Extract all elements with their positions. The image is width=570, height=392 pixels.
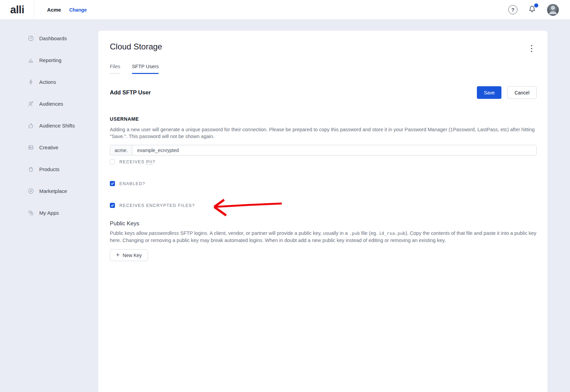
new-key-button[interactable]: + New Key xyxy=(110,249,148,261)
sidebar-item-label: Audiences xyxy=(39,101,63,107)
sidebar-item-label: Marketplace xyxy=(39,188,67,194)
sidebar-item-label: Products xyxy=(39,166,59,172)
sidebar-item-my-apps[interactable]: My Apps xyxy=(0,202,98,224)
form-title: Add SFTP User xyxy=(110,89,151,96)
username-prefix: acme. xyxy=(110,145,132,155)
person-flag-icon xyxy=(28,101,34,107)
username-input[interactable] xyxy=(132,145,536,155)
page: alli Acme Change ? xyxy=(0,0,570,392)
new-key-label: New Key xyxy=(123,253,142,258)
bar-chart-icon xyxy=(28,57,34,63)
tab-files[interactable]: Files xyxy=(110,64,120,74)
grid-icon xyxy=(28,210,34,216)
sidebar-item-label: Audience Shifts xyxy=(39,123,75,129)
change-account-link[interactable]: Change xyxy=(69,7,87,13)
cancel-button[interactable]: Cancel xyxy=(507,86,537,99)
sidebar-item-marketplace[interactable]: Marketplace xyxy=(0,180,98,202)
sidebar-item-label: Dashboards xyxy=(39,35,67,41)
image-icon xyxy=(28,144,34,151)
thumbs-up-icon xyxy=(28,122,34,129)
compass-icon xyxy=(28,188,34,194)
topbar-divider xyxy=(34,0,34,20)
kebab-menu-icon[interactable] xyxy=(531,45,532,53)
lightning-icon xyxy=(28,79,34,85)
enabled-row: ENABLED? xyxy=(110,181,145,186)
notification-dot xyxy=(534,3,538,7)
tab-sftp-users[interactable]: SFTP Users xyxy=(132,64,159,74)
account-name: Acme xyxy=(47,7,61,13)
sidebar-item-label: Actions xyxy=(39,79,56,85)
gauge-icon xyxy=(28,35,34,42)
sidebar-item-actions[interactable]: Actions xyxy=(0,71,98,93)
cloud-storage-card: Cloud Storage Files SFTP Users Add SFTP … xyxy=(98,31,547,392)
save-button[interactable]: Save xyxy=(477,86,501,99)
receives-pii-checkbox[interactable] xyxy=(110,159,115,164)
enabled-checkbox[interactable] xyxy=(110,181,115,186)
receives-pii-row: RECEIVES PII? xyxy=(110,159,156,164)
top-bar: alli Acme Change ? xyxy=(0,0,570,20)
page-title: Cloud Storage xyxy=(110,42,162,51)
username-description: Adding a new user will generate a unique… xyxy=(110,126,537,140)
alli-logo[interactable]: alli xyxy=(10,4,24,16)
public-keys-heading: Public Keys xyxy=(110,220,537,227)
pii-abbr: PII xyxy=(146,160,152,165)
public-keys-section: Public Keys Public keys allow passwordle… xyxy=(110,220,537,261)
enabled-label: ENABLED? xyxy=(119,181,145,186)
username-label: USERNAME xyxy=(110,116,537,122)
user-avatar[interactable] xyxy=(547,4,559,16)
sidebar-item-reporting[interactable]: Reporting xyxy=(0,49,98,71)
receives-encrypted-files-row: RECEIVES ENCRYPTED FILES? xyxy=(110,203,195,208)
shopping-bag-icon xyxy=(28,166,34,172)
username-input-group: acme. xyxy=(110,145,537,155)
checkmark-icon xyxy=(111,182,114,185)
sidebar-item-products[interactable]: Products xyxy=(0,158,98,180)
sidebar-item-audiences[interactable]: Audiences xyxy=(0,93,98,115)
tab-bar: Files SFTP Users xyxy=(110,64,537,74)
checkmark-icon xyxy=(111,203,114,207)
topbar-actions: ? xyxy=(508,4,570,16)
receives-encrypted-files-checkbox[interactable] xyxy=(110,203,115,208)
plus-icon: + xyxy=(116,252,120,258)
sidebar-item-dashboards[interactable]: Dashboards xyxy=(0,27,98,49)
person-silhouette-icon xyxy=(547,4,559,16)
sidebar-item-creative[interactable]: Creative xyxy=(0,136,98,158)
sidebar: Dashboards Reporting Actions xyxy=(0,20,98,392)
sidebar-item-label: Reporting xyxy=(39,57,61,63)
sidebar-item-audience-shifts[interactable]: Audience Shifts xyxy=(0,115,98,136)
sidebar-item-label: My Apps xyxy=(39,210,59,216)
receives-pii-label: RECEIVES PII? xyxy=(119,160,156,164)
public-keys-description: Public keys allow passwordless SFTP logi… xyxy=(110,230,537,244)
sidebar-item-label: Creative xyxy=(39,145,58,150)
receives-encrypted-files-label: RECEIVES ENCRYPTED FILES? xyxy=(119,203,195,208)
notifications-button[interactable] xyxy=(528,5,537,15)
help-icon[interactable]: ? xyxy=(508,5,517,14)
